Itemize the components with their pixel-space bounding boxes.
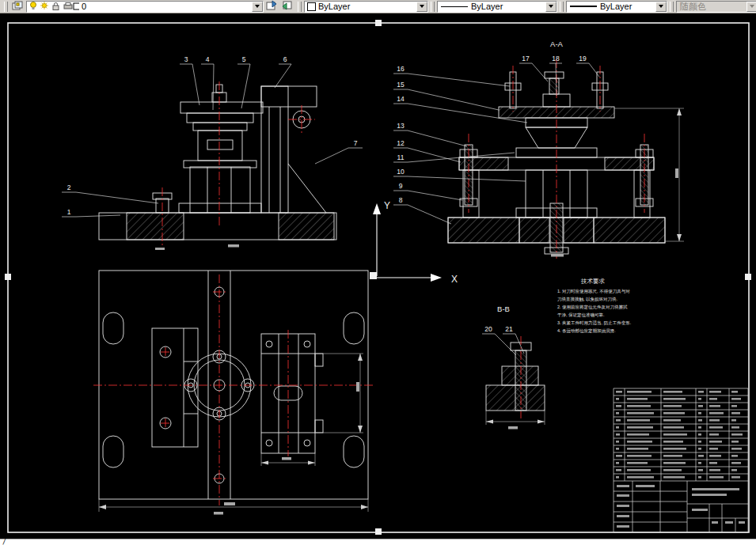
centerlines bbox=[93, 59, 644, 505]
linetype-control[interactable]: ByLayer bbox=[437, 1, 557, 13]
layer-previous-icon bbox=[281, 0, 294, 13]
chevron-down-icon bbox=[420, 5, 424, 8]
color-control-dropdown-arrow[interactable] bbox=[416, 2, 427, 12]
axis-y-label: Y bbox=[384, 200, 390, 211]
title-block bbox=[614, 388, 748, 532]
frame-tick-top bbox=[375, 20, 382, 26]
plot-style-control: 随颜色 bbox=[676, 1, 756, 13]
balloon-11: 11 bbox=[397, 153, 405, 161]
balloon-4: 4 bbox=[206, 55, 210, 63]
frame-tick-bottom bbox=[375, 528, 382, 535]
layer-previous-button[interactable] bbox=[279, 1, 295, 13]
toolbar-grip[interactable] bbox=[298, 2, 302, 12]
notes-line: 3. 夹紧工件时用力适当, 防止工件变形. bbox=[557, 320, 632, 326]
dimension-lines bbox=[99, 108, 684, 512]
axis-x-label: X bbox=[451, 274, 458, 285]
plan-view bbox=[99, 271, 368, 499]
balloon-9: 9 bbox=[399, 182, 403, 190]
balloon-12: 12 bbox=[397, 139, 405, 147]
notes-line: 1. 对刀时应使用塞尺, 不得使刀具与对 bbox=[557, 289, 630, 294]
layer-control[interactable]: 0 bbox=[26, 1, 264, 13]
balloon-5: 5 bbox=[242, 55, 246, 63]
toolbar-grip[interactable] bbox=[431, 2, 435, 12]
balloon-14: 14 bbox=[397, 95, 405, 103]
balloon-1: 1 bbox=[67, 208, 71, 216]
toolbar-grip[interactable] bbox=[560, 2, 564, 12]
balloon-2: 2 bbox=[67, 184, 71, 191]
balloon-17: 17 bbox=[522, 55, 530, 62]
sheet-center-mark bbox=[370, 272, 377, 279]
lineweight-value-label: ByLayer bbox=[600, 2, 632, 11]
notes-line: 干净, 保证定位准确可靠. bbox=[557, 312, 605, 318]
notes-line: 刀块直接接触, 以免损坏对刀块. bbox=[557, 297, 618, 302]
chevron-down-icon bbox=[255, 5, 260, 8]
plot-style-dropdown-arrow bbox=[747, 2, 756, 12]
balloon-10: 10 bbox=[397, 168, 405, 176]
balloon-19: 19 bbox=[579, 55, 587, 62]
linetype-value-label: ByLayer bbox=[471, 2, 503, 11]
color-value-label: ByLayer bbox=[318, 2, 350, 11]
layer-name-label: 0 bbox=[82, 2, 86, 11]
toolbar-grip[interactable] bbox=[4, 2, 8, 12]
ucs-y-arrowhead bbox=[373, 203, 381, 214]
balloon-8: 8 bbox=[399, 196, 403, 204]
make-layer-current-icon bbox=[265, 0, 278, 13]
command-prompt-text: / bbox=[2, 539, 6, 545]
notes-line: 2. 使用前应将定位元件及对刀块擦拭 bbox=[557, 305, 628, 310]
lineweight-control[interactable]: ByLayer bbox=[566, 1, 667, 13]
balloon-20: 20 bbox=[484, 325, 492, 333]
balloon-3: 3 bbox=[184, 55, 188, 63]
top-toolbar: 0 ByLayer ByLayer ByLayer bbox=[0, 0, 756, 13]
notes: 技术要求 1. 对刀时应使用塞尺, 不得使刀具与对 刀块直接接触, 以免损坏对刀… bbox=[557, 278, 632, 334]
linetype-sample-icon bbox=[441, 6, 468, 7]
toolbar-grip[interactable] bbox=[670, 2, 674, 12]
balloon-7: 7 bbox=[354, 139, 358, 147]
make-object-layer-current-button[interactable] bbox=[264, 1, 279, 13]
color-control[interactable]: ByLayer bbox=[304, 1, 428, 13]
balloon-21: 21 bbox=[505, 325, 513, 333]
drawing-canvas[interactable]: 3 4 5 6 7 2 1 16 15 14 13 12 11 10 9 8 1… bbox=[0, 13, 756, 539]
color-swatch-icon bbox=[307, 2, 316, 11]
layer-state-icons bbox=[28, 1, 79, 13]
ucs-x-arrowhead bbox=[431, 274, 442, 282]
command-line[interactable]: / bbox=[0, 539, 756, 545]
layer-control-dropdown-arrow[interactable] bbox=[252, 2, 263, 12]
chevron-down-icon bbox=[659, 5, 663, 8]
notes-line: 4. 各运动部位应定期加油润滑. bbox=[557, 328, 616, 334]
front-view bbox=[99, 85, 336, 240]
lineweight-control-dropdown-arrow[interactable] bbox=[655, 2, 667, 12]
balloon-16: 16 bbox=[397, 65, 405, 73]
balloon-6: 6 bbox=[283, 55, 287, 63]
section-bb-view bbox=[486, 343, 545, 411]
linetype-control-dropdown-arrow[interactable] bbox=[545, 2, 557, 12]
frame-tick-left bbox=[5, 274, 11, 280]
balloon-13: 13 bbox=[397, 122, 405, 130]
layer-properties-button[interactable] bbox=[10, 1, 26, 13]
chevron-down-icon bbox=[549, 5, 553, 8]
layers-icon bbox=[12, 0, 25, 13]
drawing-text: 3 4 5 6 7 2 1 16 15 14 13 12 11 10 9 8 1… bbox=[67, 40, 587, 333]
section-bb-title: B-B bbox=[497, 305, 510, 313]
balloon-15: 15 bbox=[397, 81, 405, 89]
balloon-18: 18 bbox=[552, 55, 560, 62]
notes-title: 技术要求 bbox=[580, 278, 606, 285]
plot-style-value-label: 随颜色 bbox=[680, 1, 706, 13]
lineweight-sample-icon bbox=[570, 6, 597, 7]
section-aa-title: A-A bbox=[550, 40, 564, 48]
chevron-down-icon bbox=[750, 5, 754, 8]
frame-tick-right bbox=[745, 274, 751, 280]
